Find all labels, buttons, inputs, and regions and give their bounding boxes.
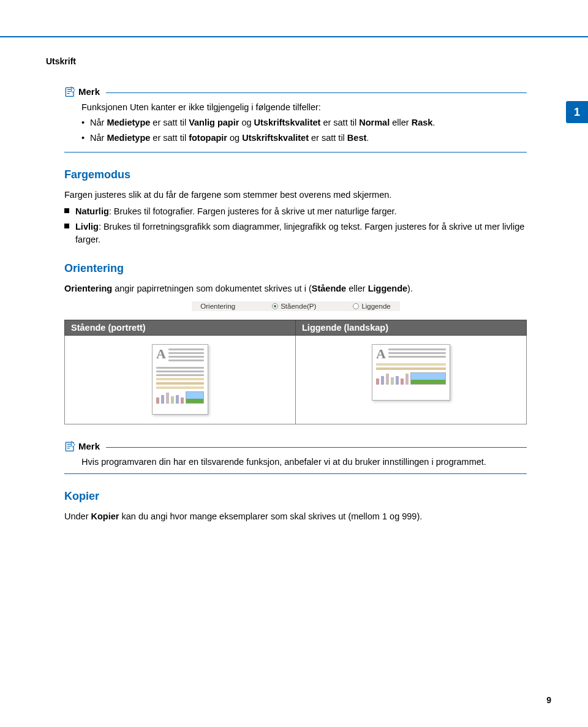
text: ). [407,284,413,293]
radio-label: Liggende [361,303,390,310]
table-header: Liggende (landskap) [296,320,527,336]
section-fargemodus: Fargemodus Fargen justeres slik at du få… [64,168,527,246]
radio-icon [272,303,278,309]
table-cell: A [65,336,296,424]
text-bold: Liggende [368,284,407,293]
text: . [432,118,435,127]
note-intro: Funksjonen Uten kanter er ikke tilgjenge… [81,101,527,114]
text-bold: Best [347,133,366,143]
note-item: Når Medietype er satt til Vanlig papir o… [81,116,527,129]
paragraph: Fargen justeres slik at du får de fargen… [64,189,527,202]
text: angir papirretningen som dokumentet skri… [112,284,312,293]
note-close-rule [64,152,527,153]
section-heading: Fargemodus [64,168,527,181]
orientation-radio-row: Orientering Stående(P) Liggende [192,301,400,311]
text-bold: Medietype [107,118,150,127]
radio-group-label: Orientering [200,303,235,310]
radio-option-landscape[interactable]: Liggende [353,303,390,310]
text-bold: Medietype [107,133,150,143]
page-number: 9 [546,695,551,705]
note-rule [106,447,527,448]
text-bold: Naturlig [75,206,109,216]
orientation-table: Stående (portrett) Liggende (landskap) A [64,320,527,424]
paragraph: Orientering angir papirretningen som dok… [64,282,527,295]
landscape-thumbnail: A [372,344,450,401]
table-header: Stående (portrett) [65,320,296,336]
radio-option-portrait[interactable]: Stående(P) [272,303,316,310]
chapter-tab: 1 [566,101,588,123]
text: Når [90,118,107,127]
text: eller [346,284,368,293]
text: Under [64,511,91,521]
text: Når [90,133,107,143]
note-label: Merk [78,441,100,451]
text-bold: Utskriftskvalitet [254,118,321,127]
section-heading: Kopier [64,490,527,503]
text-bold: Orientering [64,284,112,293]
list-item: Naturlig: Brukes til fotografier. Fargen… [64,205,527,218]
text: : Brukes til fotografier. Fargen justere… [109,206,397,216]
list-item: Livlig: Brukes til forretningsgrafikk so… [64,220,527,246]
page-section-title: Utskrift [46,56,76,66]
text: er satt til [150,133,189,143]
text-bold: Vanlig papir [189,118,239,127]
note-text: Hvis programvaren din har en tilsvarende… [81,456,527,469]
note-header: Merk [64,86,527,97]
section-orientering: Orientering Orientering angir papirretni… [64,262,527,424]
text-bold: Utskriftskvalitet [242,133,309,143]
text-bold: Livlig [75,222,99,232]
radio-label: Stående(P) [281,303,316,310]
text-bold: fotopapir [189,133,227,143]
text: og [239,118,254,127]
text: . [366,133,369,143]
note-label: Merk [78,86,100,97]
note-icon [64,86,76,97]
page-content: Merk Funksjonen Uten kanter er ikke tilg… [64,86,527,539]
text: og [227,133,242,143]
text: er satt til [320,118,359,127]
note-close-rule [64,473,527,474]
note-box: Merk Hvis programvaren din har en tilsva… [64,440,527,474]
text: er satt til [150,118,189,127]
section-kopier: Kopier Under Kopier kan du angi hvor man… [64,490,527,523]
note-body: Hvis programvaren din har en tilsvarende… [64,452,527,473]
top-rule [0,36,588,37]
radio-icon [353,303,359,309]
text: er satt til [309,133,347,143]
paragraph: Under Kopier kan du angi hvor mange ekse… [64,510,527,523]
note-item: Når Medietype er satt til fotopapir og U… [81,132,527,145]
text-bold: Kopier [91,511,119,521]
text: eller [390,118,411,127]
note-box: Merk Funksjonen Uten kanter er ikke tilg… [64,86,527,153]
text-bold: Normal [359,118,390,127]
text: : Brukes til forretningsgrafikk som diag… [75,222,524,244]
note-header: Merk [64,440,527,452]
portrait-thumbnail: A [152,344,208,415]
table-cell: A [296,336,527,424]
note-icon [64,440,76,452]
section-heading: Orientering [64,262,527,275]
text-bold: Stående [312,284,346,293]
note-rule [106,92,527,93]
text: kan du angi hvor mange eksemplarer som s… [119,511,422,521]
text-bold: Rask [412,118,433,127]
note-body: Funksjonen Uten kanter er ikke tilgjenge… [64,97,527,152]
